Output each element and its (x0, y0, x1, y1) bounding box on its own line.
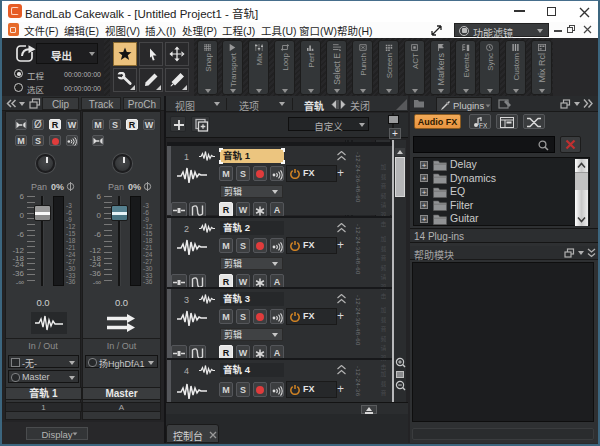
svg-text:FX: FX (479, 122, 487, 129)
